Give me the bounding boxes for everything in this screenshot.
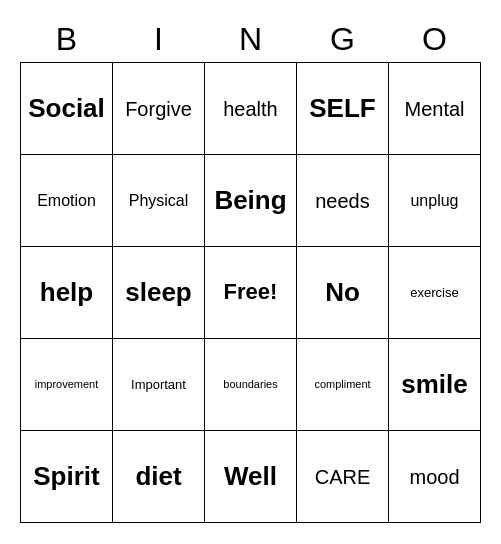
cell-1-0: Emotion — [21, 155, 113, 247]
cell-1-2: Being — [205, 155, 297, 247]
header-letter-I: I — [113, 21, 205, 58]
cell-text-1-1: Physical — [129, 191, 189, 210]
cell-2-1: sleep — [113, 247, 205, 339]
cell-4-1: diet — [113, 431, 205, 523]
cell-0-1: Forgive — [113, 63, 205, 155]
cell-text-4-3: CARE — [315, 465, 371, 489]
cell-text-3-2: boundaries — [223, 378, 277, 391]
bingo-header: BINGO — [21, 21, 481, 58]
cell-text-4-0: Spirit — [33, 461, 99, 492]
cell-4-3: CARE — [297, 431, 389, 523]
cell-text-1-4: unplug — [410, 191, 458, 210]
cell-text-2-2: Free! — [224, 279, 278, 305]
cell-text-0-4: Mental — [404, 97, 464, 121]
cell-1-4: unplug — [389, 155, 481, 247]
cell-text-4-4: mood — [409, 465, 459, 489]
cell-2-0: help — [21, 247, 113, 339]
cell-4-4: mood — [389, 431, 481, 523]
cell-text-2-4: exercise — [410, 285, 458, 301]
cell-2-4: exercise — [389, 247, 481, 339]
cell-2-2: Free! — [205, 247, 297, 339]
header-letter-O: O — [389, 21, 481, 58]
cell-4-2: Well — [205, 431, 297, 523]
cell-3-2: boundaries — [205, 339, 297, 431]
cell-0-2: health — [205, 63, 297, 155]
cell-0-0: Social — [21, 63, 113, 155]
cell-text-2-0: help — [40, 277, 93, 308]
bingo-grid: SocialForgivehealthSELFMentalEmotionPhys… — [20, 62, 481, 523]
cell-3-0: improvement — [21, 339, 113, 431]
header-letter-N: N — [205, 21, 297, 58]
cell-text-4-2: Well — [224, 461, 277, 492]
cell-text-1-2: Being — [214, 185, 286, 216]
cell-text-1-0: Emotion — [37, 191, 96, 210]
cell-text-2-1: sleep — [125, 277, 192, 308]
header-letter-B: B — [21, 21, 113, 58]
bingo-card: BINGO SocialForgivehealthSELFMentalEmoti… — [10, 11, 491, 533]
cell-0-3: SELF — [297, 63, 389, 155]
cell-text-2-3: No — [325, 277, 360, 308]
header-letter-G: G — [297, 21, 389, 58]
cell-text-0-2: health — [223, 97, 278, 121]
cell-3-3: compliment — [297, 339, 389, 431]
cell-2-3: No — [297, 247, 389, 339]
cell-text-0-1: Forgive — [125, 97, 192, 121]
cell-3-4: smile — [389, 339, 481, 431]
cell-text-0-3: SELF — [309, 93, 375, 124]
cell-3-1: Important — [113, 339, 205, 431]
cell-1-3: needs — [297, 155, 389, 247]
cell-1-1: Physical — [113, 155, 205, 247]
cell-text-3-0: improvement — [35, 378, 99, 391]
cell-text-1-3: needs — [315, 189, 370, 213]
cell-text-4-1: diet — [135, 461, 181, 492]
cell-text-3-4: smile — [401, 369, 468, 400]
cell-text-3-1: Important — [131, 377, 186, 393]
cell-text-0-0: Social — [28, 93, 105, 124]
cell-text-3-3: compliment — [314, 378, 370, 391]
cell-4-0: Spirit — [21, 431, 113, 523]
cell-0-4: Mental — [389, 63, 481, 155]
